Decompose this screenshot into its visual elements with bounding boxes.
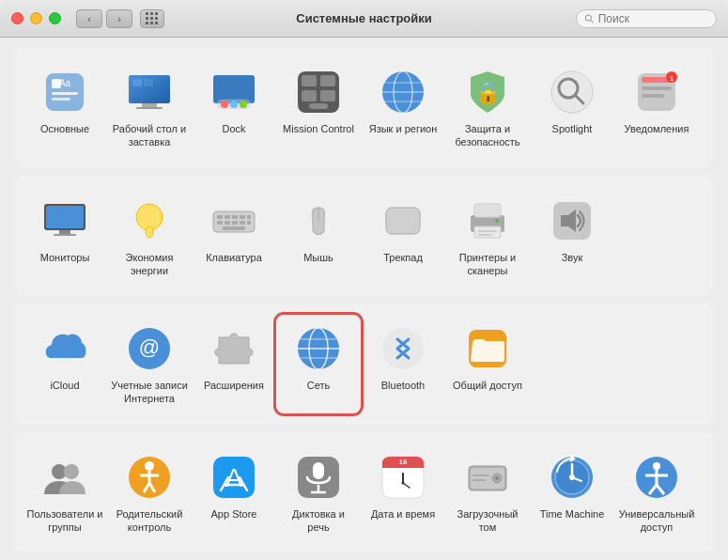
- item-sharing[interactable]: Общий доступ: [445, 315, 530, 413]
- svg-point-30: [551, 71, 593, 113]
- window-title: Системные настройки: [296, 11, 432, 25]
- svg-rect-40: [46, 206, 84, 228]
- icon-energy: [123, 194, 176, 247]
- item-desktop[interactable]: Рабочий стол и заставка: [107, 58, 192, 157]
- personal-grid: Aa Основные: [23, 58, 705, 157]
- svg-rect-5: [52, 98, 70, 101]
- svg-rect-56: [247, 221, 251, 225]
- icon-dock: [208, 66, 260, 118]
- svg-rect-61: [474, 204, 501, 217]
- hardware-grid: Мониторы Экономия энергии: [23, 187, 705, 286]
- section-hardware: Мониторы Экономия энергии: [15, 176, 713, 297]
- svg-rect-105: [472, 474, 489, 476]
- search-box[interactable]: [576, 9, 717, 28]
- label-monitors: Мониторы: [40, 251, 90, 264]
- svg-rect-19: [302, 75, 317, 86]
- item-monitors[interactable]: Мониторы: [23, 187, 107, 286]
- label-energy: Экономия энергии: [111, 251, 188, 278]
- svg-rect-42: [54, 234, 76, 236]
- item-mission[interactable]: Mission Control: [276, 58, 361, 157]
- svg-rect-21: [302, 90, 317, 101]
- label-startup: Загрузочный том: [449, 507, 526, 535]
- item-notifications[interactable]: 1 Уведомления: [614, 58, 699, 157]
- item-parental[interactable]: Родительский контроль: [107, 443, 192, 542]
- back-button[interactable]: ‹: [76, 9, 102, 28]
- icon-osobnie: Aa: [39, 66, 91, 118]
- icon-timemachine: [546, 451, 598, 504]
- icon-appstore: A: [208, 451, 260, 504]
- label-desktop: Рабочий стол и заставка: [111, 122, 188, 149]
- item-dictation[interactable]: Диктовка и речь: [276, 443, 361, 542]
- item-icloud[interactable]: iCloud: [23, 315, 107, 413]
- main-content: Aa Основные: [0, 38, 728, 560]
- svg-rect-10: [136, 107, 163, 109]
- item-bluetooth[interactable]: Bluetooth: [361, 315, 445, 413]
- label-icloud: iCloud: [50, 379, 79, 392]
- svg-rect-41: [59, 230, 70, 234]
- svg-rect-12: [144, 79, 153, 86]
- item-appstore[interactable]: A App Store: [192, 443, 276, 542]
- grid-view-button[interactable]: [140, 9, 164, 28]
- forward-button[interactable]: ›: [106, 9, 132, 28]
- section-internet: iCloud @ Учетные записи Интернета: [15, 303, 713, 425]
- svg-rect-9: [142, 103, 157, 107]
- item-osnovnie[interactable]: Aa Основные: [23, 58, 107, 157]
- svg-rect-20: [320, 75, 335, 86]
- search-input[interactable]: [598, 12, 708, 25]
- svg-point-16: [230, 101, 238, 108]
- item-network[interactable]: Сеть: [276, 315, 361, 413]
- svg-rect-50: [240, 215, 245, 219]
- label-accounts: Учетные записи Интернета: [111, 379, 188, 406]
- item-spotlight[interactable]: Spotlight: [530, 58, 614, 157]
- maximize-button[interactable]: [49, 12, 61, 24]
- item-trackpad[interactable]: Трекпад: [361, 187, 445, 286]
- svg-point-75: [382, 328, 424, 369]
- svg-point-65: [495, 219, 499, 223]
- svg-rect-49: [232, 215, 238, 219]
- icon-sharing: [461, 322, 514, 375]
- icon-dictation: [292, 451, 345, 504]
- item-printers[interactable]: Принтеры и сканеры: [445, 187, 530, 286]
- item-language[interactable]: Язык и регион: [361, 58, 445, 157]
- close-button[interactable]: [11, 12, 23, 24]
- item-extensions[interactable]: Расширения: [192, 315, 276, 413]
- section-personal: Aa Основные: [15, 47, 713, 168]
- label-printers: Принтеры и сканеры: [449, 251, 526, 278]
- item-accounts[interactable]: @ Учетные записи Интернета: [107, 315, 192, 413]
- label-language: Язык и регион: [369, 122, 438, 135]
- svg-text:Aa: Aa: [59, 78, 71, 88]
- svg-rect-23: [309, 103, 328, 109]
- icon-extensions: [208, 322, 260, 375]
- item-mouse[interactable]: Мышь: [276, 187, 361, 286]
- item-accessibility[interactable]: Универсальный доступ: [614, 443, 699, 542]
- label-network: Сеть: [307, 379, 330, 392]
- svg-point-15: [221, 101, 228, 108]
- label-appstore: App Store: [211, 507, 257, 521]
- item-sound[interactable]: Звук: [530, 187, 614, 286]
- icon-users: [39, 451, 91, 504]
- svg-rect-48: [225, 215, 230, 219]
- item-energy[interactable]: Экономия энергии: [107, 187, 192, 286]
- item-users[interactable]: Пользователи и группы: [23, 443, 107, 542]
- svg-point-114: [653, 462, 660, 470]
- traffic-lights: [11, 12, 61, 24]
- minimize-button[interactable]: [30, 12, 42, 24]
- icon-accounts: @: [123, 322, 176, 375]
- item-dock[interactable]: Dock: [192, 58, 276, 157]
- svg-text:1: 1: [670, 74, 674, 83]
- svg-point-104: [495, 476, 499, 480]
- svg-rect-51: [247, 215, 251, 219]
- system-grid: Пользователи и группы Родительский контр…: [23, 443, 705, 542]
- icon-parental: [123, 451, 176, 504]
- item-timemachine[interactable]: Time Machine: [530, 443, 614, 542]
- svg-text:@: @: [139, 335, 160, 359]
- item-startup[interactable]: Загрузочный том: [445, 443, 530, 542]
- item-datetime[interactable]: 16 Дата и время: [361, 443, 445, 542]
- internet-grid: iCloud @ Учетные записи Интернета: [23, 315, 705, 413]
- label-security: Защита и безопасность: [449, 122, 526, 149]
- item-security[interactable]: 🔒 Защита и безопасность: [445, 58, 530, 157]
- item-keyboard[interactable]: Клавиатура: [192, 187, 276, 286]
- label-parental: Родительский контроль: [111, 507, 188, 535]
- svg-rect-91: [313, 462, 324, 479]
- label-users: Пользователи и группы: [26, 507, 103, 535]
